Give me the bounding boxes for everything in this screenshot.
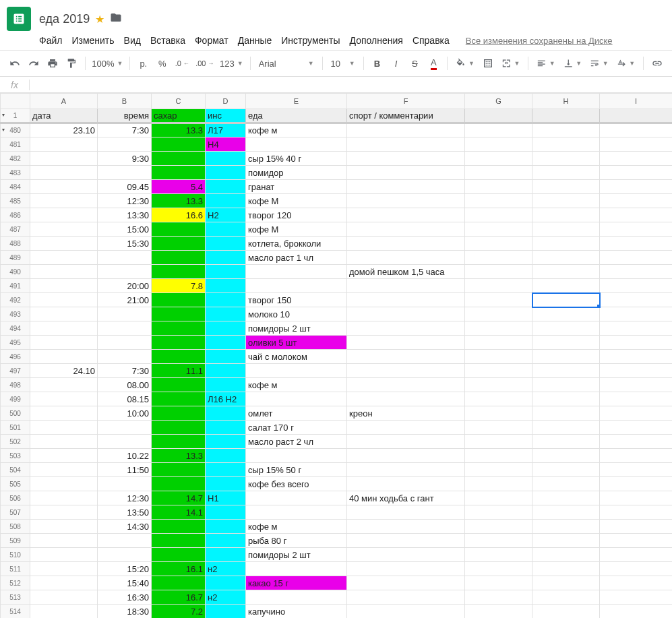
cell[interactable] xyxy=(30,590,98,605)
cell[interactable] xyxy=(246,137,347,152)
row-header[interactable]: 490 xyxy=(1,265,30,279)
cell[interactable]: н2 xyxy=(206,562,246,576)
cell[interactable] xyxy=(246,279,347,293)
cell[interactable] xyxy=(600,576,673,590)
table-row[interactable]: 50713:5014.1 xyxy=(1,505,673,520)
cell[interactable]: 14:30 xyxy=(98,520,152,534)
table-row[interactable]: 509рыба 80 г xyxy=(1,534,673,548)
cell[interactable] xyxy=(206,293,246,307)
cell[interactable] xyxy=(347,505,465,520)
cell[interactable] xyxy=(600,350,673,364)
cell[interactable] xyxy=(465,548,532,562)
cell[interactable] xyxy=(347,576,465,590)
more-formats[interactable]: 123▼ xyxy=(218,55,245,72)
cell[interactable] xyxy=(600,237,673,251)
cell[interactable]: 15:20 xyxy=(98,562,152,576)
cell[interactable] xyxy=(246,364,347,378)
cell[interactable] xyxy=(347,321,465,336)
cell[interactable] xyxy=(30,279,98,293)
cell[interactable] xyxy=(347,562,465,576)
cell[interactable] xyxy=(30,307,98,321)
menu-edit[interactable]: Изменить xyxy=(71,35,114,46)
text-color-button[interactable]: A xyxy=(425,55,441,72)
cell[interactable] xyxy=(465,222,532,237)
cell[interactable] xyxy=(600,562,673,576)
cell[interactable]: 7.8 xyxy=(152,279,206,293)
cell[interactable] xyxy=(30,222,98,237)
cell[interactable] xyxy=(532,350,600,364)
cell[interactable]: 15:30 xyxy=(98,237,152,251)
cell[interactable]: кофе м xyxy=(246,123,347,137)
cell[interactable] xyxy=(206,477,246,491)
cell[interactable] xyxy=(465,435,532,449)
cell[interactable] xyxy=(465,605,532,619)
cell[interactable] xyxy=(246,491,347,505)
cell[interactable] xyxy=(98,548,152,562)
cell[interactable] xyxy=(465,123,532,137)
cell[interactable] xyxy=(152,463,206,477)
cell[interactable] xyxy=(246,590,347,605)
cell[interactable] xyxy=(600,293,673,307)
cell[interactable] xyxy=(98,321,152,336)
table-row[interactable]: 48409.455.4гранат xyxy=(1,180,673,194)
cell[interactable] xyxy=(532,392,600,406)
cell[interactable] xyxy=(347,336,465,350)
cell[interactable] xyxy=(98,350,152,364)
redo-icon[interactable] xyxy=(26,55,42,72)
table-row[interactable]: 48815:30котлета, брокколи xyxy=(1,237,673,251)
cell[interactable] xyxy=(465,421,532,435)
cell[interactable] xyxy=(532,279,600,293)
cell[interactable]: 12:30 xyxy=(98,194,152,208)
cell[interactable]: 40 мин ходьба с гант xyxy=(347,491,465,505)
row-header[interactable]: 512 xyxy=(1,576,30,590)
cell[interactable] xyxy=(206,435,246,449)
cell[interactable] xyxy=(30,605,98,619)
col-header-f[interactable]: F xyxy=(347,94,465,109)
cell[interactable] xyxy=(532,505,600,520)
cell[interactable] xyxy=(465,279,532,293)
cell[interactable] xyxy=(532,222,600,237)
cell[interactable] xyxy=(152,520,206,534)
cell[interactable] xyxy=(532,421,600,435)
cell[interactable] xyxy=(347,534,465,548)
cell[interactable] xyxy=(465,576,532,590)
cell[interactable] xyxy=(465,477,532,491)
cell[interactable] xyxy=(152,534,206,548)
cell[interactable]: 13.3 xyxy=(152,123,206,137)
cell[interactable] xyxy=(347,307,465,321)
table-row[interactable]: 494помидоры 2 шт xyxy=(1,321,673,336)
table-row[interactable]: 51215:40какао 15 г xyxy=(1,576,673,590)
spreadsheet-grid[interactable]: A B C D E F G H I 1 дата время сахар инс… xyxy=(0,93,672,618)
cell[interactable]: помидоры 2 шт xyxy=(246,321,347,336)
cell[interactable]: 10:00 xyxy=(98,406,152,421)
cell[interactable] xyxy=(206,421,246,435)
cell[interactable] xyxy=(206,279,246,293)
row-header[interactable]: 505 xyxy=(1,477,30,491)
cell[interactable]: молоко 10 xyxy=(246,307,347,321)
table-row[interactable]: 481Н4 xyxy=(1,137,673,152)
cell[interactable] xyxy=(152,477,206,491)
cell[interactable]: кофе м xyxy=(246,520,347,534)
cell[interactable] xyxy=(30,435,98,449)
cell[interactable]: кофе м xyxy=(246,378,347,392)
cell[interactable] xyxy=(347,548,465,562)
cell[interactable] xyxy=(600,449,673,463)
row-header[interactable]: 507 xyxy=(1,505,30,520)
cell[interactable] xyxy=(30,208,98,222)
text-rotation-button[interactable]: ▼ xyxy=(614,55,638,72)
cell[interactable] xyxy=(532,208,600,222)
cell[interactable] xyxy=(465,562,532,576)
cell[interactable] xyxy=(600,520,673,534)
cell[interactable]: 08.15 xyxy=(98,392,152,406)
cell[interactable] xyxy=(152,435,206,449)
cell[interactable] xyxy=(30,194,98,208)
table-row[interactable]: 49724.107:3011.1 xyxy=(1,364,673,378)
save-status[interactable]: Все изменения сохранены на Диске xyxy=(466,36,613,46)
table-row[interactable]: 493молоко 10 xyxy=(1,307,673,321)
cell[interactable]: 13.3 xyxy=(152,194,206,208)
cell[interactable] xyxy=(347,435,465,449)
cell[interactable] xyxy=(600,463,673,477)
cell[interactable]: 11.1 xyxy=(152,364,206,378)
cell[interactable] xyxy=(465,336,532,350)
cell[interactable]: 7:30 xyxy=(98,123,152,137)
